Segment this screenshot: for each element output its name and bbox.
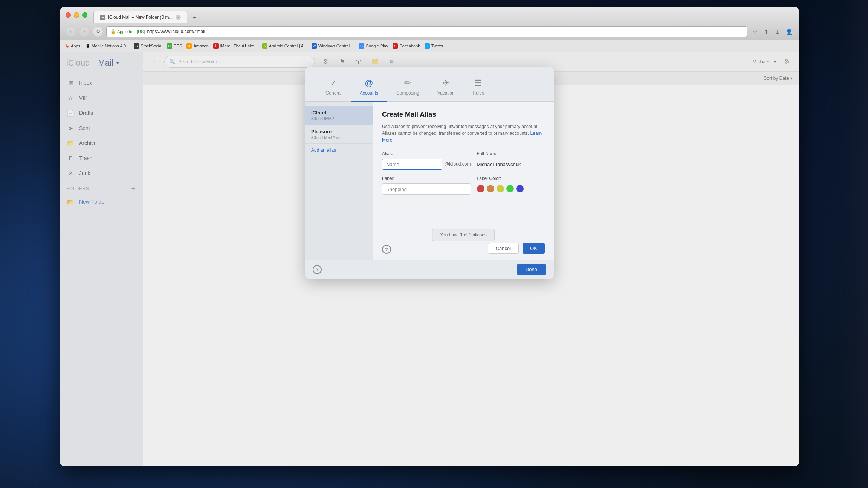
add-alias-button[interactable]: Add an alias [305,144,373,157]
settings-tabs: ✓ General @ Accounts ✏ Composing ✈ Vacat… [305,67,554,102]
color-swatch-green[interactable] [506,185,514,192]
lock-icon: 🔒 [110,29,116,34]
cables-decoration [838,0,868,488]
back-button[interactable]: ‹ [66,26,76,37]
tab-title: iCloud Mail – New Folder (0 m... [108,15,173,20]
bookmark-mobile-nations[interactable]: 📱 Mobile Nations 4.0... [85,43,129,49]
bookmarks-bar: 🔖 Apps 📱 Mobile Nations 4.0... S StackSo… [60,40,799,52]
bookmark-twitter[interactable]: T Twitter [425,43,443,49]
color-swatch-blue[interactable] [516,185,524,192]
label-placeholder: Shopping [386,186,407,192]
color-swatch-yellow[interactable] [497,185,504,192]
url-text: https://www.icloud.com/#mail [147,29,205,34]
alias-dialog: Create Mail Alias Use aliases to prevent… [373,102,554,260]
extensions-icon[interactable]: ⊞ [773,27,782,36]
vacation-tab-label: Vacation [437,90,455,96]
settings-dialog: ✓ General @ Accounts ✏ Composing ✈ Vacat… [305,67,554,279]
stacksocial-icon: S [134,43,139,49]
general-tab-icon: ✓ [330,78,337,88]
minimize-button[interactable] [74,12,79,18]
imore-icon: i [213,43,219,49]
bookmark-label: Amazon [193,44,208,48]
tab-vacation[interactable]: ✈ Vacation [428,75,464,102]
bookmark-label: Twitter [431,44,443,48]
settings-footer: ? Done [305,260,554,279]
accounts-tab-label: Accounts [360,90,378,96]
color-options [477,185,545,192]
bookmark-label: Google Play [365,44,388,48]
account-name: iCloud [311,110,367,116]
tab-rules[interactable]: ☰ Rules [464,75,494,102]
full-name-label: Full Name: [477,151,545,156]
maximize-button[interactable] [82,12,87,18]
windows-central-icon: W [312,43,317,49]
user-icon[interactable]: 👤 [784,27,793,36]
color-swatch-orange[interactable] [487,185,494,192]
domain-text: @icloud.com [445,162,471,167]
bookmark-label: Windows Central ... [318,44,354,48]
tab-accounts[interactable]: @ Accounts [351,75,387,102]
browser-window: ☁ iCloud Mail – New Folder (0 m... × + ‹… [60,7,799,466]
composing-tab-label: Composing [396,90,419,96]
refresh-button[interactable]: ↻ [93,26,103,37]
share-icon[interactable]: ⬆ [762,27,771,36]
general-tab-label: General [326,90,342,96]
bookmark-star-icon[interactable]: ☆ [750,27,760,36]
alias-desc-text: Use aliases to prevent receiving unwante… [382,124,539,136]
bookmark-google-play[interactable]: G Google Play [359,43,388,49]
bookmark-imore[interactable]: i iMore | The #1 site... [213,43,258,49]
bookmark-label: Android Central | A... [269,44,307,48]
label-color-label: Label Color: [477,176,545,181]
settings-content: iCloud iCloud IMAP Pleasure iCloud Mail … [305,102,554,260]
amazon-icon: a [186,43,192,49]
alias-field-group: Alias: @icloud.com [382,151,471,170]
bookmark-label: CPS [174,44,182,48]
close-button[interactable] [66,12,71,18]
active-tab[interactable]: ☁ iCloud Mail – New Folder (0 m... × [93,11,187,23]
label-input-display[interactable]: Shopping [382,183,471,195]
cancel-button[interactable]: Cancel [488,243,519,254]
apps-bookmark-icon: 🔖 [64,43,69,49]
alias-dialog-title: Create Mail Alias [382,111,545,119]
nav-bar: ‹ › ↻ 🔒 Apple Inc. [US] https://www.iclo… [60,23,799,40]
bookmark-label: StackSocial [141,44,162,48]
done-button[interactable]: Done [517,264,546,274]
tab-composing[interactable]: ✏ Composing [387,75,428,102]
bookmark-scotiabank[interactable]: S Scotiabank [393,43,420,49]
bookmark-stacksocial[interactable]: S StackSocial [134,43,162,49]
new-tab-button[interactable]: + [189,12,199,23]
rules-tab-icon: ☰ [475,78,482,88]
scotiabank-icon: S [393,43,398,49]
nav-right-icons: ☆ ⬆ ⊞ 👤 [750,27,793,36]
tab-favicon: ☁ [100,15,105,20]
forward-button[interactable]: › [79,26,90,37]
tab-general[interactable]: ✓ General [316,75,351,102]
alias-input[interactable] [382,159,442,170]
bookmark-windows-central[interactable]: W Windows Central ... [312,43,354,49]
account-item-icloud[interactable]: iCloud iCloud IMAP [305,106,373,125]
vacation-tab-icon: ✈ [443,78,449,88]
address-bar[interactable]: 🔒 Apple Inc. [US] https://www.icloud.com… [106,26,747,37]
label-color-group: Label Color: [477,176,545,195]
bookmark-cps[interactable]: C CPS [167,43,182,49]
settings-help-icon[interactable]: ? [313,265,322,274]
bookmark-android-central[interactable]: A Android Central | A... [262,43,307,49]
color-swatch-red[interactable] [477,185,484,192]
label-label: Label: [382,176,471,181]
account-item-pleasure[interactable]: Pleasure iCloud Mail Alia... [305,125,373,144]
tab-bar: ☁ iCloud Mail – New Folder (0 m... × + [93,7,793,23]
ssl-label: Apple Inc. [US] [117,29,145,34]
rules-tab-label: Rules [473,90,484,96]
bookmark-apps[interactable]: 🔖 Apps [64,43,80,49]
android-central-icon: A [262,43,267,49]
cps-icon: C [167,43,172,49]
tab-close-button[interactable]: × [176,15,181,20]
alias-dialog-description: Use aliases to prevent receiving unwante… [382,123,545,143]
account-name: Pleasure [311,129,367,134]
full-name-field-group: Full Name: Michael Tanasychuk [477,151,545,170]
help-icon[interactable]: ? [382,245,391,254]
ok-button[interactable]: OK [523,243,545,254]
mobile-nations-icon: 📱 [85,43,90,49]
bookmark-amazon[interactable]: a Amazon [186,43,208,49]
account-type: iCloud IMAP [311,116,367,121]
